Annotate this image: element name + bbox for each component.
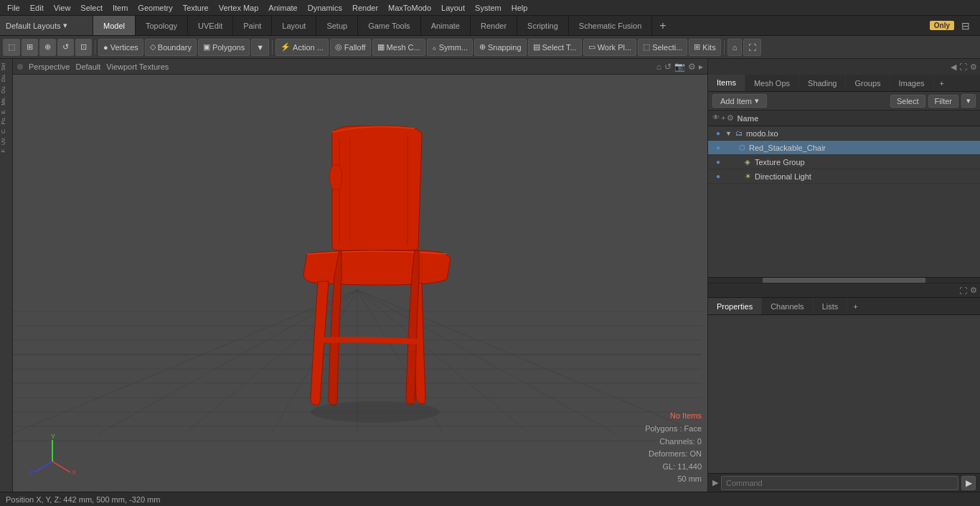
rp-tab-items[interactable]: Items: [708, 75, 745, 91]
cmd-go-button[interactable]: ▶: [961, 476, 976, 490]
menu-vertexmap[interactable]: Vertex Map: [215, 2, 263, 14]
add-item-button[interactable]: Add Item ▾: [712, 94, 767, 108]
tab-schematic-fusion[interactable]: Schematic Fusion: [569, 16, 652, 35]
menu-animate[interactable]: Animate: [264, 2, 301, 14]
rp-maximize-icon[interactable]: ⛶: [959, 62, 967, 71]
menu-geometry[interactable]: Geometry: [133, 2, 176, 14]
viewport-shading-label[interactable]: Default: [75, 62, 100, 71]
rpb-tab-lists[interactable]: Lists: [814, 298, 848, 314]
left-tool-e[interactable]: E.: [1, 108, 12, 116]
left-tool-uv[interactable]: UV.: [1, 136, 12, 146]
rp-bottom-settings-icon[interactable]: ⚙: [970, 286, 977, 295]
item-eye-modo-lxo[interactable]: ●: [711, 126, 725, 141]
toolbar-vertices-btn[interactable]: ● Vertices: [98, 39, 143, 56]
toolbar-home-btn[interactable]: ⌂: [727, 39, 743, 56]
menu-help[interactable]: Help: [507, 2, 532, 14]
rpb-tab-plus[interactable]: +: [847, 298, 863, 314]
tab-render[interactable]: Render: [471, 16, 517, 35]
layout-dropdown[interactable]: Default Layouts ▾: [0, 16, 93, 35]
tab-gametools[interactable]: Game Tools: [358, 16, 421, 35]
toolbar-snapping-mode[interactable]: ⊕: [39, 39, 56, 56]
item-eye-red-chair[interactable]: ●: [711, 141, 725, 155]
menu-maxtomodo[interactable]: MaxToModo: [384, 2, 435, 14]
toolbar-selecti-btn[interactable]: ⬚ Selecti...: [638, 39, 687, 56]
select-button[interactable]: Select: [890, 95, 925, 108]
item-row-modo-lxo[interactable]: ● ▼ 🗂 modo.lxo: [708, 126, 980, 141]
left-tool-sel[interactable]: Sel: [1, 62, 12, 72]
viewport-camera-icon[interactable]: 📷: [674, 62, 685, 72]
rp-bottom-expand-icon[interactable]: ⛶: [959, 286, 967, 295]
viewport-canvas[interactable]: No Items Polygons : Face Channels: 0 Def…: [13, 75, 707, 492]
item-expand-icon[interactable]: ▼: [725, 130, 732, 137]
toolbar-sym[interactable]: ⊡: [75, 39, 92, 56]
toolbar-boundary-btn[interactable]: ◇ Boundary: [145, 39, 197, 56]
menu-view[interactable]: View: [50, 2, 75, 14]
rpb-tab-properties[interactable]: Properties: [708, 298, 762, 314]
left-tool-f[interactable]: F.: [1, 147, 12, 154]
add-header-icon[interactable]: +: [721, 113, 725, 123]
tab-layout[interactable]: Layout: [272, 16, 316, 35]
menu-select[interactable]: Select: [76, 2, 107, 14]
tab-paint[interactable]: Paint: [233, 16, 272, 35]
rp-tab-shading[interactable]: Shading: [799, 75, 846, 91]
settings-header-icon[interactable]: ⚙: [727, 113, 734, 123]
menu-edit[interactable]: Edit: [26, 2, 48, 14]
items-hscroll[interactable]: [708, 277, 980, 283]
item-eye-texture-group[interactable]: ●: [711, 155, 725, 169]
toolbar-selectt-btn[interactable]: ▤ Select T...: [528, 39, 582, 56]
rp-settings-icon[interactable]: ⚙: [970, 62, 977, 72]
viewport-settings-icon[interactable]: ⚙: [688, 62, 696, 72]
filter-button[interactable]: Filter: [928, 95, 958, 108]
rp-tab-images[interactable]: Images: [890, 75, 934, 91]
menu-system[interactable]: System: [471, 2, 506, 14]
left-tool-dup1[interactable]: Du.: [1, 72, 12, 83]
tab-setup[interactable]: Setup: [316, 16, 358, 35]
toolbar-action-btn[interactable]: ⚡ Action ...: [275, 39, 329, 56]
viewport-home-icon[interactable]: ⌂: [656, 62, 661, 72]
left-tool-dup2[interactable]: Du.: [1, 84, 12, 95]
toolbar-kits-btn[interactable]: ⊞ Kits: [689, 39, 720, 56]
tab-topology[interactable]: Topology: [136, 16, 188, 35]
left-tool-po[interactable]: Po.: [1, 116, 12, 126]
menu-texture[interactable]: Texture: [179, 2, 213, 14]
maximize-button[interactable]: ⊟: [957, 19, 974, 33]
items-more-button[interactable]: ▾: [961, 94, 976, 108]
rp-tab-groups[interactable]: Groups: [846, 75, 890, 91]
tab-model[interactable]: Model: [93, 16, 136, 35]
left-tool-me[interactable]: Me.: [1, 95, 12, 107]
tab-animate[interactable]: Animate: [421, 16, 471, 35]
command-input[interactable]: [721, 476, 958, 490]
toolbar-select-mode[interactable]: ⬚: [3, 39, 20, 56]
viewport-refresh-icon[interactable]: ↺: [664, 62, 672, 72]
toolbar-rotate[interactable]: ↺: [57, 39, 74, 56]
rpb-tab-channels[interactable]: Channels: [762, 298, 813, 314]
rp-tab-meshops[interactable]: Mesh Ops: [745, 75, 799, 91]
item-row-texture-group[interactable]: ● ◈ Texture Group: [708, 155, 980, 169]
item-eye-dir-light[interactable]: ●: [711, 169, 725, 184]
menu-file[interactable]: File: [3, 2, 24, 14]
toolbar-mode-dropdown[interactable]: ▼: [251, 39, 269, 56]
toolbar-polygons-btn[interactable]: ▣ Polygons: [198, 39, 250, 56]
item-row-red-chair[interactable]: ● ⬡ Red_Stackable_Chair: [708, 141, 980, 155]
toolbar-snapping-btn[interactable]: ⊕ Snapping: [474, 39, 527, 56]
viewport-expand-icon[interactable]: ▸: [699, 62, 703, 72]
rp-expand-icon[interactable]: ◀: [951, 62, 956, 72]
item-row-dir-light[interactable]: ● ☀ Directional Light: [708, 169, 980, 184]
left-tool-c[interactable]: C.: [1, 127, 12, 135]
toolbar-mesh-btn[interactable]: ▦ Mesh C...: [372, 39, 425, 56]
menu-dynamics[interactable]: Dynamics: [303, 2, 347, 14]
menu-layout[interactable]: Layout: [437, 2, 469, 14]
tab-scripting[interactable]: Scripting: [517, 16, 569, 35]
menu-item[interactable]: Item: [108, 2, 132, 14]
toolbar-workpl-btn[interactable]: ▭ Work Pl...: [583, 39, 636, 56]
tab-plus[interactable]: +: [652, 16, 673, 35]
rp-tab-plus[interactable]: +: [934, 75, 950, 91]
toolbar-symm-btn[interactable]: ⬦ Symm...: [427, 39, 473, 56]
toolbar-component-mode[interactable]: ⊞: [22, 39, 38, 56]
star-badge[interactable]: Only: [930, 21, 954, 30]
toolbar-falloff-btn[interactable]: ◎ Falloff: [330, 39, 371, 56]
viewport-mode-label[interactable]: Perspective: [29, 62, 70, 71]
toolbar-fullscreen-btn[interactable]: ⛶: [743, 39, 761, 56]
menu-render[interactable]: Render: [348, 2, 382, 14]
tab-uvedit[interactable]: UVEdit: [188, 16, 233, 35]
